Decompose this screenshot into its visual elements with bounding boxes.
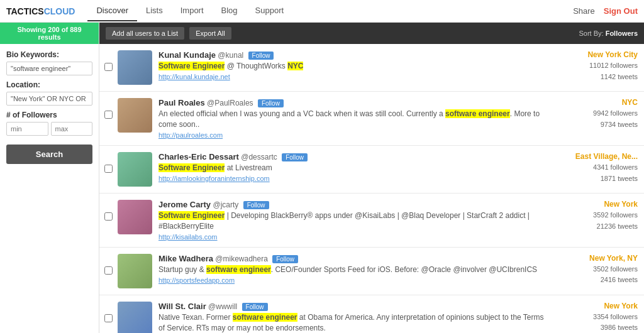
user-name: Jerome Carty bbox=[158, 200, 211, 209]
followers-max-input[interactable] bbox=[51, 122, 93, 136]
main-content: Add all users to a List Export All Sort … bbox=[99, 23, 644, 333]
table-row: Mike Wadhera @mikewadhera Follow Startup… bbox=[99, 248, 644, 295]
user-name: Paul Roales bbox=[158, 98, 205, 107]
table-row: Kunal Kundaje @kunal Follow Software Eng… bbox=[99, 44, 644, 92]
user-name: Will St. Clair bbox=[158, 302, 206, 311]
row-checkbox[interactable] bbox=[104, 266, 113, 275]
user-bio: Native Texan. Former software engineer a… bbox=[158, 312, 550, 333]
avatar bbox=[118, 302, 152, 333]
top-nav: TACTICSCLOUD Discover Lists Import Blog … bbox=[0, 0, 644, 23]
profile-link[interactable]: http://sportsfeedapp.com bbox=[158, 276, 550, 284]
nav-right: Share Sign Out bbox=[573, 6, 638, 16]
followers-label: # of Followers bbox=[6, 111, 92, 119]
follow-badge[interactable]: Follow bbox=[242, 303, 268, 311]
user-bio: Software Engineer at Livestream bbox=[158, 163, 550, 173]
nav-links: Discover Lists Import Blog Support bbox=[87, 1, 573, 21]
avatar bbox=[118, 254, 152, 288]
layout: Showing 200 of 889 results Bio Keywords:… bbox=[0, 23, 644, 333]
row-location: East Village, Ne... 4341 followers1871 t… bbox=[550, 152, 638, 184]
table-row: Will St. Clair @wwwill Follow Native Tex… bbox=[99, 295, 644, 333]
table-row: Jerome Carty @jcarty Follow Software Eng… bbox=[99, 194, 644, 248]
user-name: Kunal Kundaje bbox=[158, 50, 216, 60]
logo: TACTICSCLOUD bbox=[6, 6, 75, 16]
nav-lists[interactable]: Lists bbox=[137, 1, 172, 21]
row-header: Will St. Clair @wwwill Follow bbox=[158, 302, 550, 311]
profile-link[interactable]: http://paulroales.com bbox=[158, 131, 550, 139]
user-city: New York bbox=[550, 200, 638, 209]
bio-keywords-input[interactable] bbox=[6, 62, 92, 75]
avatar bbox=[118, 98, 152, 133]
sort-value[interactable]: Followers bbox=[606, 30, 638, 37]
user-stats: 9942 followers9734 tweets bbox=[550, 108, 638, 130]
sign-out-link[interactable]: Sign Out bbox=[604, 6, 638, 16]
user-stats: 4341 followers1871 tweets bbox=[550, 162, 638, 184]
user-bio: Software Engineer @ ThoughtWorks NYC bbox=[158, 61, 550, 72]
add-users-button[interactable]: Add all users to a List bbox=[106, 27, 184, 40]
user-city: East Village, Ne... bbox=[550, 152, 638, 161]
row-header: Paul Roales @PaulRoales Follow bbox=[158, 98, 550, 107]
avatar bbox=[118, 152, 152, 187]
row-checkbox[interactable] bbox=[104, 111, 113, 119]
profile-link[interactable]: http://iamlookingforaninternship.com bbox=[158, 175, 550, 182]
row-location: New York 3354 followers3986 tweets bbox=[550, 302, 638, 333]
follow-badge[interactable]: Follow bbox=[258, 99, 284, 107]
table-row: Charles-Eric Dessart @dessartc Follow So… bbox=[99, 146, 644, 194]
user-city: New York City bbox=[550, 50, 638, 59]
follow-badge[interactable]: Follow bbox=[243, 201, 269, 209]
row-checkbox[interactable] bbox=[104, 165, 113, 173]
user-handle: @mikewadhera bbox=[215, 254, 268, 263]
row-location: New York, NY 3502 followers2416 tweets bbox=[550, 254, 638, 286]
nav-discover[interactable]: Discover bbox=[87, 1, 137, 21]
profile-link[interactable]: http://kunal.kundaje.net bbox=[158, 73, 550, 80]
user-city: NYC bbox=[550, 98, 638, 107]
results-list: Kunal Kundaje @kunal Follow Software Eng… bbox=[99, 44, 644, 333]
row-info: Mike Wadhera @mikewadhera Follow Startup… bbox=[158, 254, 550, 284]
avatar bbox=[118, 200, 152, 234]
follow-badge[interactable]: Follow bbox=[272, 255, 298, 263]
user-handle: @wwwill bbox=[208, 302, 237, 311]
followers-min-input[interactable] bbox=[6, 122, 48, 136]
user-handle: @jcarty bbox=[213, 200, 238, 209]
user-name: Mike Wadhera bbox=[158, 254, 213, 263]
row-header: Charles-Eric Dessart @dessartc Follow bbox=[158, 152, 550, 161]
user-city: New York bbox=[550, 302, 638, 310]
share-link[interactable]: Share bbox=[573, 6, 595, 16]
row-header: Kunal Kundaje @kunal Follow bbox=[158, 50, 550, 60]
user-bio: Software Engineer | Developing BlackBerr… bbox=[158, 210, 550, 232]
row-info: Jerome Carty @jcarty Follow Software Eng… bbox=[158, 200, 550, 241]
status-badge: Showing 200 of 889 results bbox=[0, 23, 99, 44]
user-name: Charles-Eric Dessart bbox=[158, 152, 239, 161]
row-header: Mike Wadhera @mikewadhera Follow bbox=[158, 254, 550, 263]
user-stats: 3592 followers21236 tweets bbox=[550, 210, 638, 232]
profile-link[interactable]: http://kisailabs.com bbox=[158, 233, 550, 241]
user-bio: An elected official when I was young and… bbox=[158, 109, 550, 130]
sort-label: Sort By: Followers bbox=[579, 30, 638, 37]
user-handle: @kunal bbox=[218, 51, 243, 60]
row-info: Kunal Kundaje @kunal Follow Software Eng… bbox=[158, 50, 550, 80]
user-handle: @PaulRoales bbox=[207, 99, 253, 107]
toolbar: Add all users to a List Export All Sort … bbox=[99, 23, 644, 44]
search-button[interactable]: Search bbox=[6, 145, 92, 164]
row-info: Paul Roales @PaulRoales Follow An electe… bbox=[158, 98, 550, 139]
follow-badge[interactable]: Follow bbox=[282, 153, 308, 161]
row-location: New York 3592 followers21236 tweets bbox=[550, 200, 638, 232]
row-checkbox[interactable] bbox=[104, 212, 113, 221]
user-stats: 3354 followers3986 tweets bbox=[550, 312, 638, 333]
row-checkbox[interactable] bbox=[104, 63, 113, 71]
nav-support[interactable]: Support bbox=[247, 1, 293, 21]
user-city: New York, NY bbox=[550, 254, 638, 263]
avatar bbox=[118, 50, 152, 85]
row-checkbox[interactable] bbox=[104, 314, 113, 322]
table-row: Paul Roales @PaulRoales Follow An electe… bbox=[99, 92, 644, 146]
user-bio: Startup guy & software engineer. CEO/Fou… bbox=[158, 265, 550, 275]
sidebar: Showing 200 of 889 results Bio Keywords:… bbox=[0, 23, 99, 333]
nav-blog[interactable]: Blog bbox=[213, 1, 247, 21]
location-input[interactable] bbox=[6, 92, 92, 106]
bio-keywords-label: Bio Keywords: bbox=[6, 50, 92, 59]
row-location: NYC 9942 followers9734 tweets bbox=[550, 98, 638, 130]
follow-badge[interactable]: Follow bbox=[248, 52, 274, 60]
user-handle: @dessartc bbox=[241, 153, 277, 161]
export-button[interactable]: Export All bbox=[189, 27, 231, 40]
nav-import[interactable]: Import bbox=[172, 1, 213, 21]
user-stats: 3502 followers2416 tweets bbox=[550, 264, 638, 286]
